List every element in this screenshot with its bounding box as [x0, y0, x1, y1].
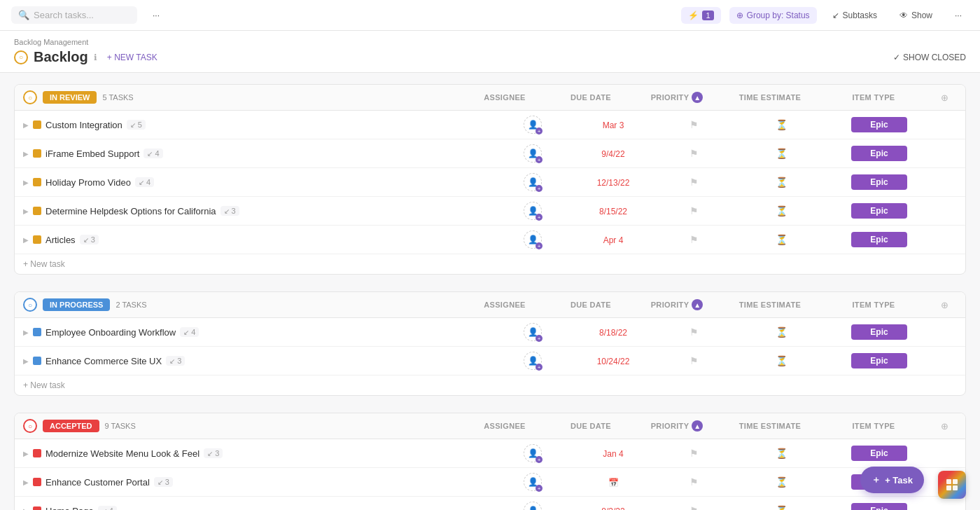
expand-arrow[interactable]: ▶	[23, 450, 29, 457]
task-title[interactable]: Home Page	[46, 506, 94, 511]
expand-arrow[interactable]: ▶	[23, 357, 29, 365]
show-closed-button[interactable]: ✓ SHOW CLOSED	[893, 53, 966, 62]
expand-arrow[interactable]: ▶	[23, 179, 29, 186]
table-row[interactable]: ▶ Custom Integration ↙ 5 👤 + Mar 3 ⚑	[15, 111, 965, 139]
flag-icon[interactable]: ⚑	[690, 505, 699, 510]
flag-icon[interactable]: ⚑	[690, 476, 699, 488]
priority-cell: ⚑	[652, 448, 736, 459]
flag-icon[interactable]: ⚑	[690, 355, 699, 366]
task-title[interactable]: iFrame Embed Support	[46, 149, 139, 159]
flag-icon[interactable]: ⚑	[690, 205, 699, 216]
add-column-accepted[interactable]: ⊕	[932, 421, 957, 432]
assignee-avatar[interactable]: 👤 +	[524, 323, 542, 341]
add-column-in-progress[interactable]: ⊕	[932, 300, 957, 310]
search-icon: 🔍	[18, 10, 29, 20]
task-title[interactable]: Enhance Customer Portal	[46, 477, 150, 488]
time-estimate-cell: ⏳	[736, 148, 827, 159]
subtask-count[interactable]: ↙ 3	[154, 477, 173, 487]
task-title[interactable]: Determine Helpdesk Options for Californi…	[46, 206, 216, 216]
assignee-avatar[interactable]: 👤 +	[524, 473, 542, 491]
subtask-count[interactable]: ↙ 4	[135, 177, 154, 187]
group-by-label: Group by: Status	[747, 11, 810, 20]
flag-icon[interactable]: ⚑	[690, 119, 699, 130]
new-task-button[interactable]: + NEW TASK	[103, 50, 162, 64]
assignee-avatar[interactable]: 👤 +	[524, 502, 542, 510]
expand-arrow[interactable]: ▶	[23, 329, 29, 336]
flag-icon[interactable]: ⚑	[690, 148, 699, 159]
search-box[interactable]: 🔍 Search tasks...	[11, 6, 137, 24]
status-badge-in-review: IN REVIEW	[43, 91, 97, 104]
subtask-count[interactable]: ↙ 3	[166, 356, 185, 366]
expand-arrow[interactable]: ▶	[23, 207, 29, 215]
time-estimate-cell: ⏳	[736, 234, 827, 245]
flag-icon[interactable]: ⚑	[690, 177, 699, 188]
app-switcher-button[interactable]	[938, 471, 966, 499]
priority-cell: ⚑	[652, 505, 736, 510]
expand-arrow[interactable]: ▶	[23, 236, 29, 244]
subtask-count[interactable]: ↙ 4	[98, 506, 117, 510]
priority-cell: ⚑	[652, 205, 736, 216]
assignee-avatar[interactable]: 👤 +	[524, 230, 542, 249]
assignee-avatar[interactable]: 👤 +	[524, 116, 542, 134]
task-title[interactable]: Articles	[46, 235, 76, 245]
subtask-count[interactable]: ↙ 3	[220, 206, 239, 216]
table-row[interactable]: ▶ Employee Onboarding Workflow ↙ 4 👤 + 8…	[15, 318, 965, 347]
priority-sort-icon: ▲	[692, 299, 703, 310]
subtask-count[interactable]: ↙ 5	[127, 120, 146, 130]
show-button[interactable]: 👁 Show	[892, 7, 939, 24]
table-row[interactable]: ▶ Articles ↙ 3 👤 + Apr 4 ⚑	[15, 226, 965, 254]
filter-button[interactable]: ⚡ 1	[681, 7, 720, 24]
subtask-number: 5	[138, 120, 142, 129]
task-title[interactable]: Modernize Website Menu Look & Feel	[46, 448, 200, 459]
subtask-icon: ↙	[102, 507, 107, 511]
more-options-button[interactable]: ···	[146, 7, 167, 24]
subtasks-button[interactable]: ↙ Subtasks	[825, 7, 884, 24]
task-title[interactable]: Custom Integration	[46, 120, 122, 130]
table-row[interactable]: ▶ Enhance Commerce Site UX ↙ 3 👤 + 10/24…	[15, 347, 965, 375]
table-row[interactable]: ▶ Holiday Promo Video ↙ 4 👤 + 12/13/22 ⚑	[15, 168, 965, 197]
add-assignee-icon: +	[536, 485, 542, 492]
task-title[interactable]: Enhance Commerce Site UX	[46, 356, 162, 366]
new-task-row[interactable]: + New task	[15, 254, 965, 274]
collapse-group-accepted[interactable]: ○	[23, 419, 37, 433]
flag-icon[interactable]: ⚑	[690, 234, 699, 245]
assignee-avatar[interactable]: 👤 +	[524, 144, 542, 163]
subtask-count[interactable]: ↙ 3	[80, 235, 99, 244]
table-row[interactable]: ▶ Home Page ↙ 4 👤 + 8/3/22 ⚑	[15, 497, 965, 510]
collapse-group-in-progress[interactable]: ○	[23, 298, 37, 312]
flag-icon[interactable]: ⚑	[690, 326, 699, 338]
table-row[interactable]: ▶ Determine Helpdesk Options for Califor…	[15, 197, 965, 226]
new-task-row[interactable]: + New task	[15, 375, 965, 395]
assignee-avatar[interactable]: 👤 +	[524, 444, 542, 462]
assignee-avatar[interactable]: 👤 +	[524, 352, 542, 370]
table-row[interactable]: ▶ Modernize Website Menu Look & Feel ↙ 3…	[15, 439, 965, 468]
subtask-count[interactable]: ↙ 4	[180, 327, 199, 337]
topbar-more-button[interactable]: ···	[948, 7, 969, 24]
task-title[interactable]: Employee Onboarding Workflow	[46, 327, 176, 338]
collapse-backlog-button[interactable]: ○	[14, 50, 28, 64]
expand-arrow[interactable]: ▶	[23, 507, 29, 511]
assignee-avatar[interactable]: 👤 +	[524, 202, 542, 220]
subtask-count[interactable]: ↙ 3	[204, 448, 223, 458]
flag-icon[interactable]: ⚑	[690, 448, 699, 459]
collapse-group-in-review[interactable]: ○	[23, 90, 37, 104]
subtask-number: 3	[215, 449, 219, 457]
task-color-indicator	[33, 478, 41, 486]
subtask-icon: ↙	[224, 207, 230, 215]
add-assignee-icon: +	[536, 335, 542, 342]
add-column-in-review[interactable]: ⊕	[932, 92, 957, 103]
time-estimate-cell: ⏳	[736, 448, 827, 459]
expand-arrow[interactable]: ▶	[23, 121, 29, 129]
task-title[interactable]: Holiday Promo Video	[46, 177, 131, 188]
table-row[interactable]: ▶ iFrame Embed Support ↙ 4 👤 + 9/4/22 ⚑	[15, 139, 965, 168]
add-task-fab[interactable]: ＋ + Task	[860, 467, 924, 493]
assignee-avatar[interactable]: 👤 +	[524, 173, 542, 191]
task-color-indicator	[33, 328, 41, 336]
table-row[interactable]: ▶ Enhance Customer Portal ↙ 3 👤 + 📅 ⚑	[15, 468, 965, 497]
expand-arrow[interactable]: ▶	[23, 478, 29, 486]
group-by-button[interactable]: ⊕ Group by: Status	[729, 7, 817, 24]
info-icon[interactable]: ℹ	[94, 53, 97, 62]
due-date-cell: 12/13/22	[575, 177, 652, 188]
subtask-count[interactable]: ↙ 4	[144, 149, 162, 158]
expand-arrow[interactable]: ▶	[23, 150, 29, 158]
